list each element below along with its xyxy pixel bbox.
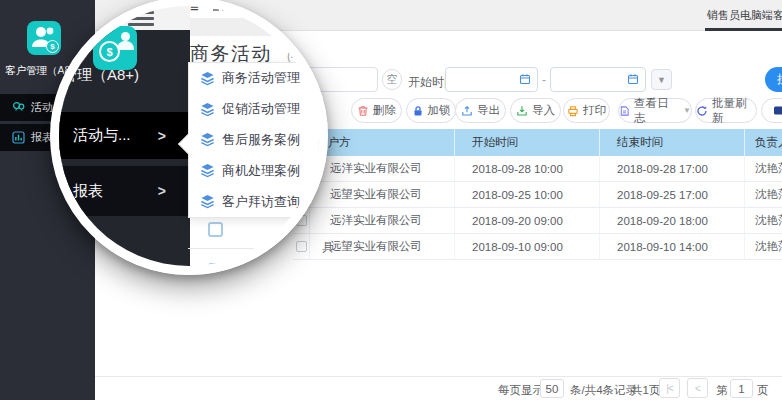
cell-start: 2018-09-28 10:00 [455, 156, 600, 181]
filter-expand-button[interactable]: ▼ [651, 69, 672, 90]
zoomed-row-divider [188, 248, 304, 249]
col-start-time[interactable]: 开始时间 [455, 129, 600, 156]
empty-button[interactable]: 空 [382, 69, 402, 90]
cell-owner: 沈艳萍 [745, 182, 782, 207]
flyout-menu: 商务活动管理 促销活动管理 售后服务案例 商机处理案例 客户拜访查询 [188, 62, 319, 218]
layers-icon [200, 102, 215, 117]
table-row[interactable]: 远望实业有限公司 2018-09-10 09:00 2018-09-10 14:… [293, 234, 782, 260]
log-icon [619, 105, 630, 117]
truncated-cell-text: 具 [322, 240, 334, 255]
table-row[interactable]: 远望实业有限公司 2018-09-25 10:00 2018-09-25 17:… [293, 182, 782, 208]
cell-customer: 远望实业有限公司 [310, 182, 455, 207]
page-size-label: 每页显示 [498, 383, 544, 398]
menu-item-promotion-activity[interactable]: 促销活动管理 [189, 94, 319, 125]
jump-prefix-label: 第 [716, 383, 728, 398]
cell-owner: 沈艳萍 [745, 234, 782, 259]
pagination-divider [95, 376, 782, 377]
dollar-badge-icon: $ [46, 40, 59, 53]
search-button[interactable]: 搜索 [765, 67, 782, 92]
sidebar-item-activities[interactable]: 活动与... > [59, 112, 190, 159]
customer-management-app-icon[interactable]: $ [27, 21, 61, 55]
date-separator: - [542, 73, 546, 87]
balloons-icon [12, 101, 25, 114]
calendar-icon [627, 71, 639, 89]
chevron-down-icon: ▼ [657, 75, 666, 85]
col-customer[interactable]: 客户方 [310, 129, 455, 156]
cell-customer: 远洋实业有限公司 [310, 156, 455, 181]
first-page-button[interactable]: |< [659, 378, 680, 398]
customer-management-app-icon: $ [93, 26, 137, 70]
cell-end: 2018-09-20 18:00 [600, 208, 745, 233]
bar-chart-icon [12, 131, 25, 144]
table-row[interactable]: 远洋实业有限公司 2018-09-28 10:00 2018-09-28 17:… [293, 156, 782, 182]
date-to-input[interactable] [550, 67, 646, 92]
cell-owner: 沈艳萍 [745, 208, 782, 233]
menu-item-opportunity-case[interactable]: 商机处理案例 [189, 155, 319, 186]
export-icon [461, 105, 473, 117]
lock-button[interactable]: 加锁 [406, 98, 456, 123]
chevron-right-icon: > [158, 183, 166, 199]
cell-end: 2018-09-28 17:00 [600, 156, 745, 181]
magnifier-circle: ≡ ， $ 管理（A8+) 活动与... > 报表 > 商务活动 (4条) [50, 0, 328, 275]
zoomed-row-checkbox[interactable] [208, 222, 223, 237]
menu-item-aftersales-case[interactable]: 售后服务案例 [189, 125, 319, 156]
records-label: 条/共4条记录 [570, 383, 637, 398]
lock-icon [412, 105, 424, 117]
table-header-row: 客户方 开始时间 结束时间 负责人 [293, 129, 782, 156]
import-icon [516, 105, 528, 117]
total-pages-label: 共1页 [631, 383, 660, 398]
col-end-time[interactable]: 结束时间 [600, 129, 745, 156]
jump-suffix-label: 页 [757, 383, 769, 398]
text-fragment [213, 9, 219, 11]
dollar-badge-icon: $ [99, 41, 120, 62]
cell-customer: 远洋实业有限公司 [310, 208, 455, 233]
layers-icon [200, 132, 215, 147]
person-icon [121, 32, 130, 41]
table-row[interactable]: 远洋实业有限公司 2018-09-20 09:00 2018-09-20 18:… [293, 208, 782, 234]
chevron-right-icon: > [158, 128, 166, 144]
export-button[interactable]: 导出 [455, 98, 506, 123]
view-log-button[interactable]: 查看日志 ▼ [618, 98, 692, 123]
cell-start: 2018-09-20 09:00 [455, 208, 600, 233]
magnifier-content: ≡ ， $ 管理（A8+) 活动与... > 报表 > 商务活动 (4条) [59, 6, 319, 266]
cell-start: 2018-09-10 09:00 [455, 234, 600, 259]
prev-page-button[interactable]: < [687, 378, 708, 398]
cell-start: 2018-09-25 10:00 [455, 182, 600, 207]
menu-item-business-activity[interactable]: 商务活动管理 [189, 63, 319, 94]
batch-refresh-button[interactable]: 批量刷新 [695, 98, 757, 123]
trash-icon [357, 105, 369, 117]
comma-mark: ， [229, 6, 239, 17]
tab-active-underline [705, 28, 782, 31]
layers-icon [200, 163, 215, 178]
menu-item-customer-visit-query[interactable]: 客户拜访查询 [189, 186, 319, 217]
page-size-input[interactable]: 50 [540, 379, 564, 398]
checkbox-icon [296, 241, 307, 252]
current-page-input[interactable]: 1 [730, 379, 753, 398]
zoomed-row-checkbox[interactable] [208, 263, 223, 266]
sidebar-item-reports[interactable]: 报表 > [59, 166, 190, 216]
activities-table: 客户方 开始时间 结束时间 负责人 远洋实业有限公司 2018-09-28 10… [293, 129, 782, 260]
printer-icon [567, 105, 579, 117]
layers-icon [200, 194, 215, 209]
app-label: 管理（A8+) [62, 66, 139, 85]
refresh-icon [696, 105, 708, 117]
print-button[interactable]: 打印 [563, 98, 610, 123]
partial-icon [773, 105, 782, 116]
text-fragment [222, 9, 226, 11]
date-from-input[interactable] [445, 67, 538, 92]
layers-icon [200, 71, 215, 86]
tab-sales-client[interactable]: 销售员电脑端客户管理 [707, 8, 782, 23]
row-checkbox[interactable] [293, 234, 310, 259]
partial-button[interactable] [761, 98, 782, 123]
cell-end: 2018-09-25 17:00 [600, 182, 745, 207]
app-window: 销售员电脑端客户管理 空 开始时间 - ▼ 搜索 删除 加锁 导出 导入 打印 [0, 0, 782, 400]
calendar-icon [519, 71, 531, 89]
chevron-down-icon: ▼ [683, 106, 691, 115]
delete-button[interactable]: 删除 [351, 98, 402, 123]
import-button[interactable]: 导入 [510, 98, 561, 123]
hamburger-icon: ≡ [190, 6, 199, 15]
col-owner[interactable]: 负责人 [745, 129, 782, 156]
cell-end: 2018-09-10 14:00 [600, 234, 745, 259]
cell-owner: 沈艳萍 [745, 156, 782, 181]
